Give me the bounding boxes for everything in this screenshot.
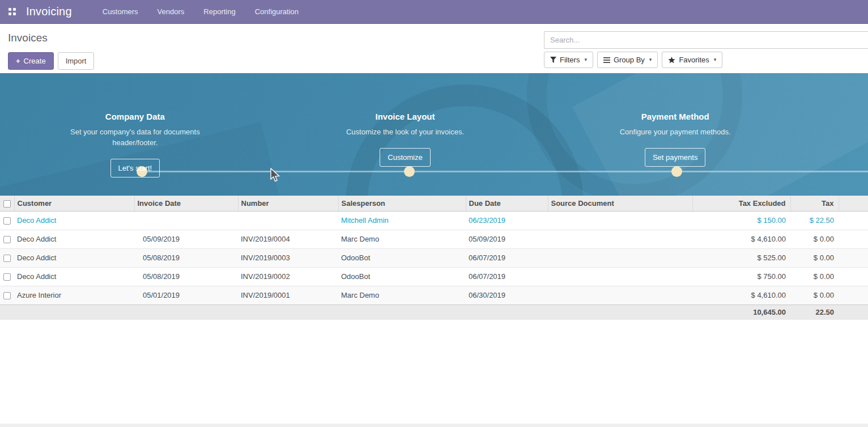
cell-invoice-date: 05/09/2019 [134, 230, 238, 248]
horizontal-scrollbar[interactable] [0, 424, 868, 427]
table-row[interactable]: Azure Interior 05/01/2019 INV/2019/0001 … [0, 286, 868, 305]
set-payments-button[interactable]: Set payments [645, 148, 706, 167]
column-header-due-date[interactable]: Due Date [466, 196, 548, 211]
apps-grid-icon[interactable] [5, 5, 19, 19]
group-by-lines-icon [603, 57, 610, 63]
table-row[interactable]: Deco Addict 05/08/2019 INV/2019/0002 Odo… [0, 267, 868, 286]
favorites-button[interactable]: Favorites ▾ [662, 52, 722, 68]
cell-customer: Deco Addict [14, 211, 134, 230]
table-row[interactable]: Deco Addict 05/09/2019 INV/2019/0004 Mar… [0, 230, 868, 248]
cell-tax-excluded: $ 150.00 [692, 211, 790, 230]
cell-due-date: 05/09/2019 [466, 230, 548, 248]
top-navbar: Invoicing Customers Vendors Reporting Co… [0, 0, 868, 24]
cell-tax: $ 0.00 [790, 248, 839, 267]
nav-menus: Customers Vendors Reporting Configuratio… [101, 1, 300, 23]
onboarding-step-invoice-layout: Invoice Layout Customize the look of you… [270, 73, 541, 196]
cell-due-date: 06/30/2019 [466, 286, 548, 305]
cell-customer: Deco Addict [14, 248, 134, 267]
cell-salesperson: OdooBot [338, 267, 466, 286]
cell-customer: Azure Interior [14, 286, 134, 305]
invoices-table: Customer Invoice Date Number Salesperson… [0, 196, 868, 320]
step-description: Configure your payment methods. [607, 126, 743, 137]
customize-button[interactable]: Customize [380, 148, 430, 167]
create-button[interactable]: + Create [8, 52, 54, 70]
cell-due-date: 06/07/2019 [466, 267, 548, 286]
column-header-tax-excluded[interactable]: Tax Excluded [692, 196, 790, 211]
cell-due-date: 06/23/2019 [466, 211, 548, 230]
caret-down-icon: ▾ [584, 57, 587, 62]
column-header-invoice-date[interactable]: Invoice Date [134, 196, 238, 211]
row-checkbox[interactable] [3, 273, 11, 281]
group-by-button[interactable]: Group By ▾ [597, 52, 658, 68]
cell-number [238, 211, 338, 230]
cell-source-document [548, 248, 692, 267]
cell-source-document [548, 286, 692, 305]
cell-source-document [548, 211, 692, 230]
cell-number: INV/2019/0001 [238, 286, 338, 305]
cell-customer: Deco Addict [14, 267, 134, 286]
cell-source-document [548, 230, 692, 248]
column-header-salesperson[interactable]: Salesperson [338, 196, 466, 211]
group-by-label: Group By [614, 56, 645, 64]
cell-salesperson: OdooBot [338, 248, 466, 267]
filters-label: Filters [560, 56, 580, 64]
cell-tax-excluded: $ 750.00 [692, 267, 790, 286]
favorites-label: Favorites [679, 56, 709, 64]
cell-invoice-date: 05/01/2019 [134, 286, 238, 305]
cell-tax: $ 0.00 [790, 230, 839, 248]
column-header-tax[interactable]: Tax [790, 196, 839, 211]
column-header-customer[interactable]: Customer [14, 196, 134, 211]
cell-number: INV/2019/0002 [238, 267, 338, 286]
nav-menu-customers[interactable]: Customers [101, 1, 139, 23]
nav-menu-reporting[interactable]: Reporting [202, 1, 236, 23]
cell-salesperson: Mitchell Admin [338, 211, 466, 230]
table-header-row: Customer Invoice Date Number Salesperson… [0, 196, 868, 211]
row-checkbox[interactable] [3, 255, 11, 262]
totals-row: 10,645.00 22.50 [0, 305, 868, 320]
caret-down-icon: ▾ [649, 57, 652, 62]
cell-salesperson: Marc Demo [338, 230, 466, 248]
cell-salesperson: Marc Demo [338, 286, 466, 305]
step-title: Invoice Layout [270, 112, 541, 121]
cell-customer: Deco Addict [14, 230, 134, 248]
row-checkbox[interactable] [3, 236, 11, 243]
nav-menu-vendors[interactable]: Vendors [156, 1, 186, 23]
caret-down-icon: ▾ [714, 57, 717, 62]
onboarding-step-company-data: Company Data Set your company's data for… [0, 73, 270, 196]
step-title: Company Data [0, 112, 270, 121]
select-all-checkbox[interactable] [3, 200, 11, 208]
total-tax-excluded: 10,645.00 [692, 305, 790, 320]
cell-tax: $ 0.00 [790, 286, 839, 305]
cell-invoice-date: 05/08/2019 [134, 267, 238, 286]
cell-tax: $ 22.50 [790, 211, 839, 230]
cell-number: INV/2019/0003 [238, 248, 338, 267]
row-checkbox[interactable] [3, 292, 11, 299]
favorites-star-icon [668, 57, 675, 64]
filters-button[interactable]: Filters ▾ [544, 52, 593, 68]
column-header-source-document[interactable]: Source Document [548, 196, 692, 211]
plus-icon: + [16, 57, 20, 65]
nav-menu-configuration[interactable]: Configuration [254, 1, 300, 23]
step-description: Set your company's data for documents he… [67, 126, 203, 148]
filter-funnel-icon [550, 57, 556, 63]
create-button-label: Create [24, 57, 46, 65]
table-row[interactable]: Deco Addict Mitchell Admin 06/23/2019 $ … [0, 211, 868, 230]
cell-invoice-date [134, 211, 238, 230]
app-title[interactable]: Invoicing [26, 5, 72, 18]
cell-number: INV/2019/0004 [238, 230, 338, 248]
cell-tax: $ 0.00 [790, 267, 839, 286]
row-checkbox[interactable] [3, 217, 11, 225]
search-input[interactable] [544, 31, 868, 49]
column-header-number[interactable]: Number [238, 196, 338, 211]
cell-invoice-date: 05/08/2019 [134, 248, 238, 267]
cell-tax-excluded: $ 4,610.00 [692, 286, 790, 305]
total-tax: 22.50 [790, 305, 839, 320]
table-row[interactable]: Deco Addict 05/08/2019 INV/2019/0003 Odo… [0, 248, 868, 267]
onboarding-banner: Company Data Set your company's data for… [0, 73, 868, 196]
cell-due-date: 06/07/2019 [466, 248, 548, 267]
control-panel: Invoices + Create Import Filters ▾ [0, 24, 868, 73]
cell-tax-excluded: $ 525.00 [692, 248, 790, 267]
import-button[interactable]: Import [58, 52, 95, 70]
onboarding-step-payment-method: Payment Method Configure your payment me… [540, 73, 810, 196]
lets-start-button[interactable]: Let's start! [110, 159, 160, 177]
